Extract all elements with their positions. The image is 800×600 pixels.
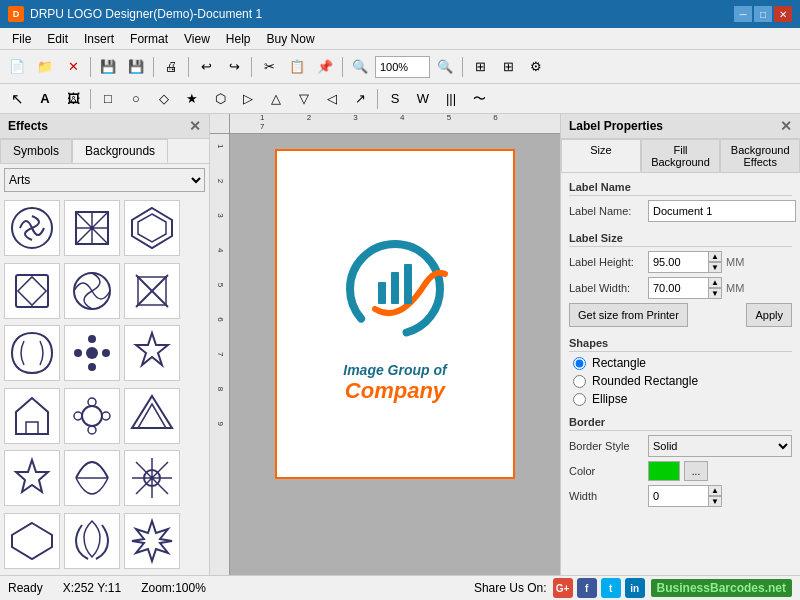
effect-item[interactable] xyxy=(124,263,180,319)
effect-item[interactable] xyxy=(124,388,180,444)
effect-item[interactable] xyxy=(64,513,120,569)
select-button[interactable]: ↖ xyxy=(4,87,30,111)
circle-button[interactable]: ○ xyxy=(123,87,149,111)
height-decrement-button[interactable]: ▼ xyxy=(708,262,722,273)
effect-item[interactable] xyxy=(64,325,120,381)
border-width-input[interactable] xyxy=(648,485,708,507)
tab-symbols[interactable]: Symbols xyxy=(0,139,72,163)
star-button[interactable]: ★ xyxy=(179,87,205,111)
effect-item[interactable] xyxy=(64,263,120,319)
width-increment-button[interactable]: ▲ xyxy=(708,277,722,288)
menu-edit[interactable]: Edit xyxy=(39,30,76,48)
menu-view[interactable]: View xyxy=(176,30,218,48)
border-width-decrement-button[interactable]: ▼ xyxy=(708,496,722,507)
google-plus-icon[interactable]: G+ xyxy=(553,578,573,598)
print-button[interactable]: 🖨 xyxy=(158,55,184,79)
effect-item[interactable] xyxy=(124,325,180,381)
zoom-input[interactable] xyxy=(375,56,430,78)
shape-rounded-label: Rounded Rectangle xyxy=(592,374,698,388)
redo-button[interactable]: ↪ xyxy=(221,55,247,79)
actual-size-button[interactable]: ⊞ xyxy=(467,55,493,79)
effect-item[interactable] xyxy=(124,513,180,569)
border-style-select[interactable]: Solid Dashed Dotted None xyxy=(648,435,792,457)
freehand-button[interactable]: 〜 xyxy=(466,87,492,111)
save-button[interactable]: 💾 xyxy=(95,55,121,79)
zoom-out-button[interactable]: 🔍 xyxy=(432,55,458,79)
shape-rounded-radio[interactable] xyxy=(573,375,586,388)
effect-item[interactable] xyxy=(4,513,60,569)
close-button[interactable]: ✕ xyxy=(774,6,792,22)
canvas-area: 1 2 3 4 5 6 7 1 2 3 4 5 6 7 8 9 xyxy=(210,114,560,575)
shape-rectangle-radio[interactable] xyxy=(573,357,586,370)
border-width-increment-button[interactable]: ▲ xyxy=(708,485,722,496)
linkedin-icon[interactable]: in xyxy=(625,578,645,598)
curve-button[interactable]: ↗ xyxy=(347,87,373,111)
effect-item[interactable] xyxy=(4,450,60,506)
grid-button[interactable]: ⊞ xyxy=(495,55,521,79)
tab-backgrounds[interactable]: Backgrounds xyxy=(72,139,168,163)
effects-category-select[interactable]: Arts Business Nature Sports xyxy=(4,168,205,192)
polygon-button[interactable]: ⬡ xyxy=(207,87,233,111)
effect-item[interactable] xyxy=(4,263,60,319)
arrow2-button[interactable]: △ xyxy=(263,87,289,111)
menu-format[interactable]: Format xyxy=(122,30,176,48)
svg-rect-4 xyxy=(16,275,48,307)
menu-file[interactable]: File xyxy=(4,30,39,48)
get-printer-size-button[interactable]: Get size from Printer xyxy=(569,303,688,327)
minimize-button[interactable]: ─ xyxy=(734,6,752,22)
new-button[interactable]: 📄 xyxy=(4,55,30,79)
effect-item[interactable] xyxy=(4,388,60,444)
save-all-button[interactable]: 💾 xyxy=(123,55,149,79)
zoom-in-button[interactable]: 🔍 xyxy=(347,55,373,79)
social-icons: G+ f t in xyxy=(553,578,645,598)
facebook-icon[interactable]: f xyxy=(577,578,597,598)
menu-insert[interactable]: Insert xyxy=(76,30,122,48)
shape-ellipse-radio[interactable] xyxy=(573,393,586,406)
maximize-button[interactable]: □ xyxy=(754,6,772,22)
apply-size-button[interactable]: Apply xyxy=(746,303,792,327)
border-color-button[interactable] xyxy=(648,461,680,481)
canvas-scroll-area[interactable]: Image Group of Company xyxy=(230,134,560,575)
line-button[interactable]: S xyxy=(382,87,408,111)
menu-help[interactable]: Help xyxy=(218,30,259,48)
barcode-button[interactable]: ||| xyxy=(438,87,464,111)
effect-item[interactable] xyxy=(124,450,180,506)
settings-button[interactable]: ⚙ xyxy=(523,55,549,79)
paste-button[interactable]: 📌 xyxy=(312,55,338,79)
open-button[interactable]: 📁 xyxy=(32,55,58,79)
rect-button[interactable]: □ xyxy=(95,87,121,111)
properties-close-button[interactable]: ✕ xyxy=(780,118,792,134)
menu-buynow[interactable]: Buy Now xyxy=(259,30,323,48)
border-color-dots-button[interactable]: ... xyxy=(684,461,708,481)
width-decrement-button[interactable]: ▼ xyxy=(708,288,722,299)
arrow-button[interactable]: ▷ xyxy=(235,87,261,111)
svg-point-10 xyxy=(86,347,98,359)
copy-button[interactable]: 📋 xyxy=(284,55,310,79)
height-spinner: ▲ ▼ xyxy=(648,251,722,273)
cut-button[interactable]: ✂ xyxy=(256,55,282,79)
label-name-input[interactable] xyxy=(648,200,796,222)
label-height-input[interactable] xyxy=(648,251,708,273)
effects-close-button[interactable]: ✕ xyxy=(189,118,201,134)
arrow4-button[interactable]: ◁ xyxy=(319,87,345,111)
wordart-button[interactable]: W xyxy=(410,87,436,111)
close-doc-button[interactable]: ✕ xyxy=(60,55,86,79)
diamond-button[interactable]: ◇ xyxy=(151,87,177,111)
effect-item[interactable] xyxy=(64,388,120,444)
ruler-horizontal: 1 2 3 4 5 6 7 xyxy=(230,114,560,134)
height-increment-button[interactable]: ▲ xyxy=(708,251,722,262)
tab-background-effects[interactable]: Background Effects xyxy=(720,139,800,172)
twitter-icon[interactable]: t xyxy=(601,578,621,598)
label-width-input[interactable] xyxy=(648,277,708,299)
effect-item[interactable] xyxy=(4,325,60,381)
effect-item[interactable] xyxy=(64,200,120,256)
tab-fill-background[interactable]: Fill Background xyxy=(641,139,721,172)
arrow3-button[interactable]: ▽ xyxy=(291,87,317,111)
effect-item[interactable] xyxy=(4,200,60,256)
tab-size[interactable]: Size xyxy=(561,139,641,172)
effect-item[interactable] xyxy=(124,200,180,256)
undo-button[interactable]: ↩ xyxy=(193,55,219,79)
text-button[interactable]: A xyxy=(32,87,58,111)
effect-item[interactable] xyxy=(64,450,120,506)
image-button[interactable]: 🖼 xyxy=(60,87,86,111)
